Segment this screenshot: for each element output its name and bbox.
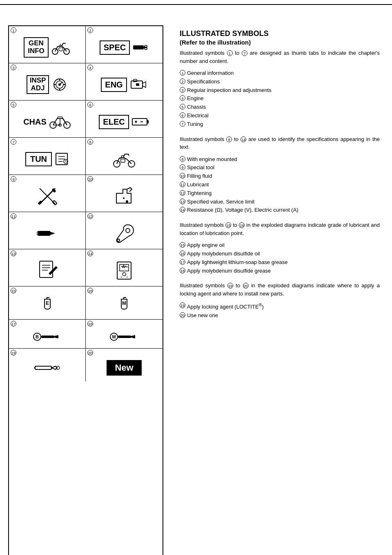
cell-15: 15 E <box>9 286 86 319</box>
cell-num-12: 12 <box>87 213 93 219</box>
list-item-17: 17 Apply lightweight lithium-soap base g… <box>180 258 380 267</box>
symbol-row-10: 19 20 New <box>9 349 163 381</box>
symbol-row-1: 1 GENINFO <box>9 26 163 63</box>
list-4: 19 Apply locking agent (LOCTITE®) 20 Use… <box>180 302 380 320</box>
list-3: 15 Apply engine oil 16 Apply molybdenum … <box>180 241 380 275</box>
svg-text:B: B <box>36 334 39 339</box>
new-label: New <box>107 360 141 376</box>
cell-num-7: 7 <box>11 139 16 145</box>
svg-rect-46 <box>120 264 129 271</box>
cell-num-15: 15 <box>11 288 16 293</box>
list-2: 8 With engine mounted 9 Special tool 10 … <box>180 155 380 215</box>
symbol-row-8: 15 E 16 <box>9 286 163 320</box>
list-item-16: 16 Apply molybdenum disulfide oil <box>180 250 380 258</box>
cell-num-16: 16 <box>87 288 93 293</box>
cell-20: 20 New <box>86 349 163 381</box>
cell-12: 12 <box>86 212 163 249</box>
svg-rect-57 <box>118 336 131 338</box>
specified-value-icon <box>36 260 58 282</box>
text-content: ILLUSTRATED SYMBOLS (Refer to the illust… <box>172 25 384 555</box>
intro-paragraph: Illustrated symbols 1 to 7 are designed … <box>180 49 380 65</box>
engine-mounted-icon <box>112 150 136 168</box>
top-rule <box>0 4 392 5</box>
svg-rect-4 <box>143 47 147 48</box>
special-tool-icon <box>36 185 58 207</box>
cell-num-14: 14 <box>87 251 93 256</box>
svg-point-47 <box>122 273 126 276</box>
cell-18: 18 M <box>86 320 163 348</box>
insp-adj-label: INSPADJ <box>27 75 49 94</box>
list-item-13: 13 Specified value, Service limit <box>180 198 380 206</box>
moly-oil-icon: M <box>118 298 130 314</box>
chas-label: CHAS <box>23 117 47 127</box>
cell-num-11: 11 <box>11 213 16 219</box>
locking-agent-icon <box>34 362 60 374</box>
svg-point-39 <box>126 228 130 233</box>
engine-icon <box>129 78 147 92</box>
list-item-6: 6 Electrical <box>180 112 380 120</box>
svg-point-35 <box>126 200 128 203</box>
list-item-10: 10 Filling fluid <box>180 172 380 181</box>
list-item-19: 19 Apply locking agent (LOCTITE®) <box>180 302 380 311</box>
tightening-icon <box>113 222 135 244</box>
cell-7: 7 TUN <box>9 138 86 175</box>
list-item-14: 14 Resistance (Ω), Voltage (V), Electric… <box>180 206 380 215</box>
engine-oil-icon: E <box>41 298 53 314</box>
list-1: 1 General information 2 Specifications 3… <box>180 69 380 129</box>
cell-19: 19 <box>9 349 86 381</box>
cell-num-20: 20 <box>87 350 93 356</box>
cell-num-5: 5 <box>11 102 16 107</box>
svg-text:M: M <box>112 334 116 339</box>
list-item-2: 2 Specifications <box>180 78 380 86</box>
svg-text:E: E <box>45 300 49 306</box>
list-item-5: 5 Chassis <box>180 103 380 112</box>
resistance-icon <box>113 260 135 282</box>
svg-point-36 <box>123 197 125 199</box>
list-item-4: 4 Engine <box>180 94 380 103</box>
svg-rect-58 <box>35 366 51 369</box>
cell-4: 4 ENG <box>86 63 163 100</box>
subtitle: (Refer to the illustration) <box>180 39 380 46</box>
svg-rect-29 <box>121 159 125 162</box>
list-item-1: 1 General information <box>180 69 380 78</box>
svg-text:M: M <box>122 300 126 306</box>
list-item-3: 3 Regular inspection and adjustments <box>180 86 380 95</box>
symbol-row-5: 9 10 <box>9 175 163 212</box>
svg-rect-16 <box>147 120 149 123</box>
eng-label: ENG <box>101 78 127 92</box>
svg-rect-15 <box>132 119 147 125</box>
cell-num-2: 2 <box>87 27 93 33</box>
elec-label: ELEC <box>99 115 129 129</box>
cell-17: 17 B <box>9 320 86 348</box>
cell-3: 3 INSPADJ <box>9 63 86 100</box>
svg-rect-11 <box>136 83 139 86</box>
list-item-15: 15 Apply engine oil <box>180 241 380 250</box>
section4-intro: Illustrated symbols 19 to 20 in the expl… <box>180 282 380 298</box>
spec-label: SPEC <box>100 40 130 55</box>
list-item-11: 11 Lubricant <box>180 181 380 189</box>
moly-grease-icon: M <box>110 331 138 342</box>
cell-9: 9 <box>9 175 86 212</box>
list-item-7: 7 Tuning <box>180 120 380 129</box>
battery-icon <box>131 116 149 128</box>
cell-num-8: 8 <box>87 139 93 145</box>
svg-rect-54 <box>41 336 54 338</box>
symbol-row-9: 17 B 18 <box>9 320 163 349</box>
cell-2: 2 SPEC <box>86 26 163 63</box>
cell-num-9: 9 <box>11 176 16 182</box>
cell-14: 14 <box>86 249 163 286</box>
section2-intro: Illustrated symbols 8 to 14 are used to … <box>180 135 380 151</box>
cell-num-6: 6 <box>87 102 93 107</box>
list-item-18: 18 Apply molybdenum disulfide grease <box>180 267 380 275</box>
lubricant-icon <box>36 224 58 242</box>
list-item-8: 8 With engine mounted <box>180 155 380 164</box>
svg-point-26 <box>65 162 66 163</box>
cell-num-4: 4 <box>87 65 93 70</box>
cell-num-18: 18 <box>87 321 93 327</box>
cell-13: 13 <box>9 249 86 286</box>
symbol-row-7: 13 1 <box>9 249 163 286</box>
cell-num-3: 3 <box>11 65 16 70</box>
svg-point-40 <box>117 239 120 242</box>
symbol-row-3: 5 CHAS <box>9 101 163 138</box>
list-item-9: 9 Special tool <box>180 163 380 172</box>
